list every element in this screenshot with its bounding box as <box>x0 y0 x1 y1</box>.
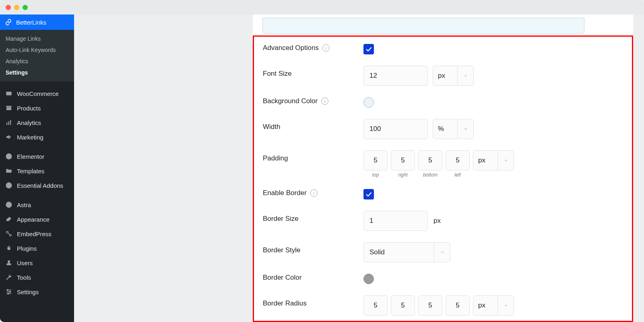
sidebar-item-users[interactable]: Users <box>0 256 74 270</box>
border-radius-4-input[interactable] <box>446 295 470 316</box>
minimize-icon[interactable] <box>14 5 19 10</box>
sidebar-item-tools[interactable]: Tools <box>0 270 74 285</box>
bar-chart-icon <box>5 118 13 127</box>
border-radius-2-input[interactable] <box>391 295 415 316</box>
svg-point-15 <box>7 289 8 291</box>
submenu-autolink[interactable]: Auto-Link Keywords <box>0 44 74 56</box>
svg-rect-3 <box>6 123 7 125</box>
label-background-color: Background Color i <box>263 97 363 105</box>
wrench-icon <box>5 273 13 281</box>
embed-icon <box>5 230 13 238</box>
svg-point-8 <box>6 202 12 208</box>
settings-panel: Advanced Options i Font Size <box>253 15 633 322</box>
sidebar-label: EmbedPress <box>17 231 52 237</box>
width-unit-select[interactable]: % <box>433 119 474 139</box>
svg-rect-1 <box>6 106 12 107</box>
sidebar-label: Analytics <box>17 119 41 126</box>
info-icon[interactable]: i <box>322 44 330 52</box>
sidebar-label: Templates <box>17 168 44 175</box>
sidebar-label: WooCommerce <box>17 90 59 97</box>
megaphone-icon <box>5 133 13 141</box>
label-border-radius: Border Radius <box>263 295 363 307</box>
border-color-swatch[interactable] <box>363 274 374 284</box>
folder-icon <box>5 167 13 175</box>
sublabel: left <box>454 172 461 178</box>
sidebar-label: Settings <box>17 289 39 295</box>
label-font-size: Font Size <box>263 66 363 78</box>
chevron-down-icon <box>457 66 473 85</box>
sidebar-label: Products <box>17 105 41 112</box>
submenu-manage-links[interactable]: Manage Links <box>0 33 74 44</box>
sidebar-item-astra[interactable]: Astra <box>0 197 74 212</box>
label-border-color: Border Color <box>263 274 363 282</box>
highlight-box: Advanced Options i Font Size <box>253 35 633 322</box>
border-radius-1-input[interactable] <box>363 295 388 316</box>
astra-icon <box>5 201 13 209</box>
sidebar-item-templates[interactable]: Templates <box>0 164 74 178</box>
padding-left-input[interactable] <box>446 150 470 170</box>
close-icon[interactable] <box>6 5 11 10</box>
sidebar-item-settings[interactable]: Settings <box>0 285 74 299</box>
admin-sidebar: BetterLinks Manage Links Auto-Link Keywo… <box>0 15 74 322</box>
enable-border-checkbox[interactable] <box>363 189 374 199</box>
svg-point-16 <box>10 291 11 293</box>
submenu-settings[interactable]: Settings <box>0 67 74 78</box>
maximize-icon[interactable] <box>23 5 28 10</box>
sidebar-label: Users <box>17 260 33 266</box>
chevron-down-icon <box>497 151 514 170</box>
svg-rect-2 <box>6 108 11 110</box>
svg-rect-5 <box>10 120 11 125</box>
sidebar-item-analytics[interactable]: Analytics <box>0 115 74 130</box>
sidebar-item-marketing[interactable]: Marketing <box>0 130 74 144</box>
submenu-analytics[interactable]: Analytics <box>0 56 74 67</box>
elementor-icon <box>5 152 13 160</box>
sidebar-label: Astra <box>17 202 31 208</box>
sidebar-item-essential[interactable]: Essential Addons <box>0 178 74 193</box>
unit-label: px <box>433 217 441 225</box>
padding-right-input[interactable] <box>391 150 415 170</box>
info-icon[interactable]: i <box>321 98 328 105</box>
padding-unit-select[interactable]: px <box>473 150 514 170</box>
font-size-unit-select[interactable]: px <box>433 66 474 86</box>
width-input[interactable] <box>363 119 428 139</box>
addons-icon <box>5 181 13 189</box>
padding-top-input[interactable] <box>363 150 388 170</box>
border-style-select[interactable]: Solid <box>363 242 450 262</box>
plug-icon <box>5 244 13 252</box>
border-radius-unit-select[interactable]: px <box>473 295 514 316</box>
svg-point-6 <box>6 154 12 160</box>
select-value: % <box>433 125 457 133</box>
chevron-down-icon <box>457 119 473 139</box>
sidebar-label: Plugins <box>17 245 37 252</box>
border-radius-3-input[interactable] <box>418 295 442 316</box>
sidebar-item-woocommerce[interactable]: WooCommerce <box>0 86 74 101</box>
sublabel: top <box>372 172 379 178</box>
advanced-options-checkbox[interactable] <box>363 44 374 54</box>
background-color-swatch[interactable] <box>363 97 374 108</box>
sidebar-item-betterlinks[interactable]: BetterLinks <box>0 15 74 30</box>
select-value: px <box>433 72 457 80</box>
label-border-style: Border Style <box>263 242 363 254</box>
sidebar-item-embedpress[interactable]: EmbedPress <box>0 226 74 241</box>
woocommerce-icon <box>5 89 13 98</box>
svg-point-11 <box>8 260 10 263</box>
brush-icon <box>5 215 13 223</box>
label-width: Width <box>263 119 363 131</box>
chevron-down-icon <box>434 243 450 262</box>
sidebar-item-elementor[interactable]: Elementor <box>0 149 74 164</box>
prev-field-partial <box>262 18 584 34</box>
font-size-input[interactable] <box>363 66 428 86</box>
svg-rect-0 <box>6 92 12 96</box>
sidebar-item-products[interactable]: Products <box>0 101 74 115</box>
content-area: Advanced Options i Font Size <box>74 15 644 322</box>
label-border-size: Border Size <box>263 211 363 223</box>
link-icon <box>5 19 12 26</box>
sidebar-label: Appearance <box>17 216 50 223</box>
archive-icon <box>5 104 13 112</box>
sidebar-item-plugins[interactable]: Plugins <box>0 241 74 256</box>
border-size-input[interactable] <box>363 211 428 231</box>
sidebar-label: Tools <box>17 274 31 281</box>
sidebar-item-appearance[interactable]: Appearance <box>0 212 74 226</box>
padding-bottom-input[interactable] <box>418 150 442 170</box>
info-icon[interactable]: i <box>310 189 318 197</box>
